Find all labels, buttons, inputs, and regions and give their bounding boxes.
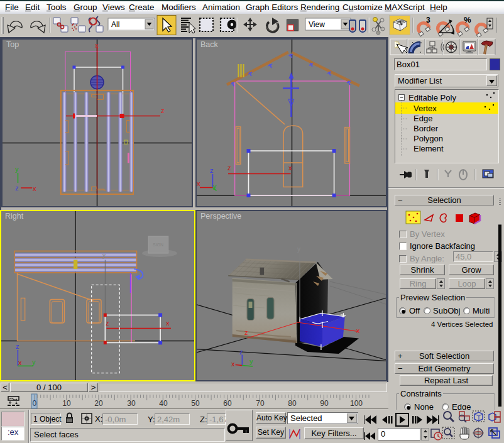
svg-text:y: y — [213, 182, 217, 190]
svg-text:X:: X: — [95, 414, 102, 424]
svg-text:y: y — [32, 358, 36, 366]
svg-text:x: x — [18, 359, 22, 366]
svg-text:Editable Poly: Editable Poly — [408, 93, 456, 102]
svg-text:Edge: Edge — [414, 114, 432, 123]
svg-text:SIGN: SIGN — [153, 243, 163, 247]
svg-text:Polygon: Polygon — [414, 134, 443, 143]
svg-text:100: 100 — [350, 399, 363, 408]
svg-text:z: z — [106, 319, 109, 327]
svg-text:z: z — [244, 329, 248, 336]
svg-text:0: 0 — [33, 399, 37, 408]
svg-text:60: 60 — [223, 399, 232, 408]
svg-text:Element: Element — [414, 144, 444, 153]
svg-text:z: z — [16, 342, 19, 350]
svg-text:90: 90 — [320, 399, 329, 408]
svg-text:z: z — [210, 167, 214, 174]
svg-text:y: y — [15, 165, 19, 173]
svg-text:x: x — [288, 164, 292, 172]
svg-text:y: y — [297, 246, 300, 253]
svg-text:80: 80 — [288, 399, 297, 408]
svg-text:x: x — [197, 180, 200, 187]
svg-text:z: z — [161, 107, 165, 114]
svg-text:x: x — [166, 319, 170, 327]
svg-text:z: z — [239, 348, 243, 356]
svg-text:30: 30 — [127, 399, 136, 408]
svg-text:10: 10 — [62, 399, 71, 408]
svg-text:y: y — [102, 252, 106, 259]
svg-text:All: All — [111, 20, 119, 29]
svg-text:View: View — [309, 20, 325, 29]
svg-text:Border: Border — [414, 124, 439, 133]
svg-text:x: x — [33, 185, 36, 192]
svg-text:z: z — [227, 164, 231, 172]
svg-text:x: x — [356, 327, 360, 334]
svg-text:40: 40 — [159, 399, 168, 408]
svg-text:y: y — [249, 358, 253, 365]
svg-text:50: 50 — [191, 399, 200, 408]
svg-text:x: x — [95, 41, 99, 49]
svg-text:20: 20 — [94, 399, 103, 408]
svg-text:%: % — [464, 15, 471, 25]
svg-text:Vertex: Vertex — [414, 104, 437, 113]
svg-text:x: x — [231, 360, 235, 368]
svg-text:70: 70 — [256, 399, 265, 408]
svg-text:3: 3 — [426, 16, 430, 25]
svg-text:z: z — [15, 184, 19, 192]
